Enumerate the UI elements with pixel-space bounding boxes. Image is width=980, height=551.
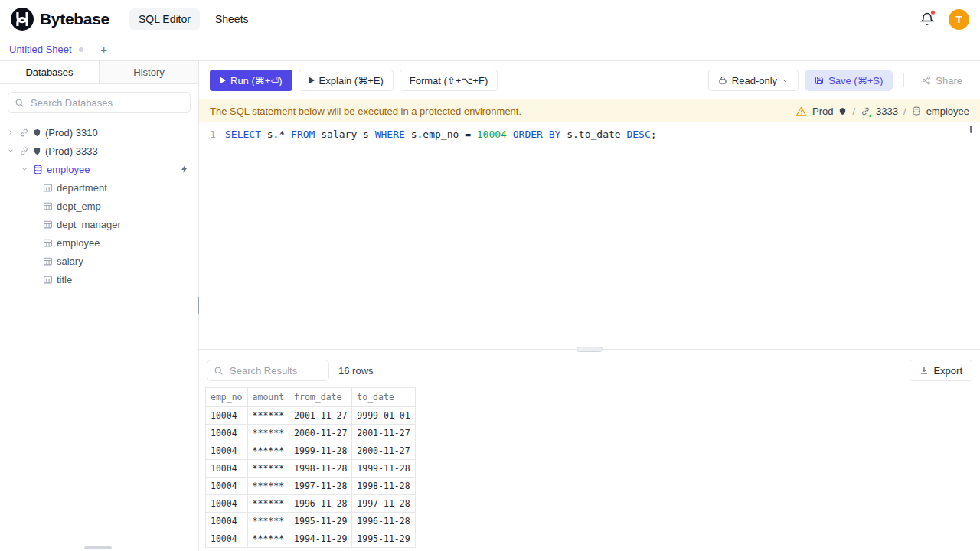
table-row[interactable]: 10004******1997-11-281998-11-28: [206, 478, 416, 495]
database-search[interactable]: [8, 92, 191, 113]
editor-toolbar: Run (⌘+⏎) Explain (⌘+E) Format (⇧+⌥+F): [199, 61, 980, 99]
editor-scrollbar[interactable]: [970, 126, 972, 133]
results-search-input[interactable]: [228, 364, 322, 377]
instance-label[interactable]: 3333: [876, 106, 898, 117]
table-icon: [43, 220, 53, 230]
database-icon: [912, 106, 921, 116]
table-cell: 1996-11-28: [352, 513, 415, 530]
unsaved-dot: [79, 47, 83, 52]
table-label: department: [57, 182, 107, 194]
table-label: salary: [57, 256, 83, 267]
database-label[interactable]: employee: [926, 106, 969, 117]
results-search[interactable]: [207, 360, 329, 381]
splitter-grip[interactable]: [577, 347, 603, 352]
table-cell: 10004: [206, 478, 248, 495]
share-button[interactable]: Share: [915, 70, 969, 91]
results-tbody: 10004******2001-11-279999-01-0110004****…: [206, 407, 416, 548]
instance-icon: [19, 128, 29, 138]
column-header[interactable]: amount: [247, 388, 289, 407]
run-button[interactable]: Run (⌘+⏎): [210, 70, 292, 91]
table-label: dept_emp: [57, 201, 101, 212]
sheet-tab-untitled[interactable]: Untitled Sheet: [0, 38, 93, 60]
chevron-down-icon[interactable]: [6, 147, 15, 155]
sql-editor[interactable]: 1 SELECT s.* FROM salary s WHERE s.emp_n…: [199, 122, 980, 349]
main-panel: Run (⌘+⏎) Explain (⌘+E) Format (⇧+⌥+F): [199, 61, 980, 551]
table-row[interactable]: 10004******1998-11-281999-11-28: [206, 460, 416, 478]
sidebar-horizontal-scrollbar[interactable]: [84, 546, 112, 549]
row-count: 16 rows: [338, 365, 374, 377]
table-list: department dept_emp dept_manager emplo: [0, 178, 198, 289]
table-row[interactable]: 10004******1995-11-291996-11-28: [206, 513, 416, 530]
table-cell: ******: [247, 425, 289, 442]
tree-instance-3310[interactable]: (Prod) 3310: [0, 123, 198, 142]
save-button[interactable]: Save (⌘+S): [805, 70, 893, 91]
nav-sheets[interactable]: Sheets: [206, 8, 258, 30]
tree-database-employee[interactable]: employee: [0, 160, 198, 178]
explain-button[interactable]: Explain (⌘+E): [299, 70, 394, 91]
connect-bolt-icon[interactable]: [180, 165, 189, 174]
share-label: Share: [936, 75, 962, 86]
sql-token: 10004: [477, 129, 507, 140]
instance-status-dot: [868, 114, 872, 118]
add-sheet-button[interactable]: +: [93, 38, 115, 60]
save-label: Save (⌘+S): [828, 75, 883, 86]
table-cell: 2001-11-27: [289, 407, 352, 425]
readonly-mode-dropdown[interactable]: Read-only: [708, 70, 799, 91]
table-row[interactable]: 10004******1994-11-291995-11-29: [206, 530, 416, 548]
chevron-right-icon[interactable]: [6, 129, 15, 136]
panel-splitter[interactable]: [199, 349, 980, 354]
toolbar-right: Read-only Save (⌘+S): [708, 70, 969, 91]
format-label: Format (⇧+⌥+F): [410, 75, 488, 86]
table-cell: 10004: [206, 495, 248, 513]
readonly-label: Read-only: [732, 75, 777, 86]
tree-instance-3333[interactable]: (Prod) 3333: [0, 142, 198, 160]
tree-table-item[interactable]: employee: [0, 233, 198, 252]
tree-table-item[interactable]: title: [0, 270, 198, 289]
column-header[interactable]: emp_no: [206, 388, 248, 407]
column-header[interactable]: from_date: [289, 388, 352, 407]
tree-table-item[interactable]: dept_manager: [0, 215, 198, 233]
tree-table-item[interactable]: salary: [0, 252, 198, 270]
chevron-down-icon[interactable]: [20, 165, 29, 173]
column-header[interactable]: to_date: [352, 388, 415, 407]
results-table-wrap: emp_noamountfrom_dateto_date 10004******…: [199, 387, 980, 551]
sql-token: ORDER BY: [513, 129, 561, 140]
database-search-input[interactable]: [29, 96, 184, 109]
sidebar: Databases History: [0, 61, 199, 551]
table-row[interactable]: 10004******2001-11-279999-01-01: [206, 407, 416, 425]
table-row[interactable]: 10004******1999-11-282000-11-27: [206, 442, 416, 460]
sheet-tab-label: Untitled Sheet: [9, 44, 72, 55]
play-icon: [220, 77, 226, 84]
sql-token: WHERE: [375, 129, 405, 140]
tab-databases[interactable]: Databases: [0, 61, 100, 83]
export-button[interactable]: Export: [910, 360, 972, 381]
table-icon: [43, 275, 53, 285]
table-cell: 1995-11-29: [352, 530, 415, 548]
tab-history[interactable]: History: [100, 61, 198, 83]
sql-token: [507, 129, 513, 140]
table-cell: 10004: [206, 425, 248, 442]
table-cell: ******: [247, 513, 289, 530]
toolbar-divider: [903, 73, 904, 87]
format-button[interactable]: Format (⇧+⌥+F): [400, 70, 498, 91]
table-cell: 1995-11-29: [289, 513, 352, 530]
table-label: title: [57, 274, 72, 285]
sql-token: s.emp_no: [405, 129, 465, 140]
download-icon: [920, 366, 929, 375]
breadcrumb-separator: /: [852, 106, 855, 117]
instance-icon: [861, 106, 871, 116]
avatar[interactable]: T: [949, 9, 969, 30]
tree-table-item[interactable]: department: [0, 178, 198, 197]
search-icon: [15, 98, 24, 108]
nav-sql-editor[interactable]: SQL Editor: [129, 8, 200, 30]
sql-token: [285, 129, 291, 140]
tree-table-item[interactable]: dept_emp: [0, 197, 198, 215]
table-cell: 10004: [206, 442, 248, 460]
notification-bell-icon[interactable]: [920, 11, 935, 27]
environment-label[interactable]: Prod: [812, 106, 833, 117]
table-cell: 2000-11-27: [352, 442, 415, 460]
table-row[interactable]: 10004******1996-11-281997-11-28: [206, 495, 416, 513]
bytebase-logo-icon[interactable]: [11, 8, 34, 31]
table-row[interactable]: 10004******2000-11-272001-11-27: [206, 425, 416, 442]
table-cell: 1998-11-28: [352, 478, 415, 495]
